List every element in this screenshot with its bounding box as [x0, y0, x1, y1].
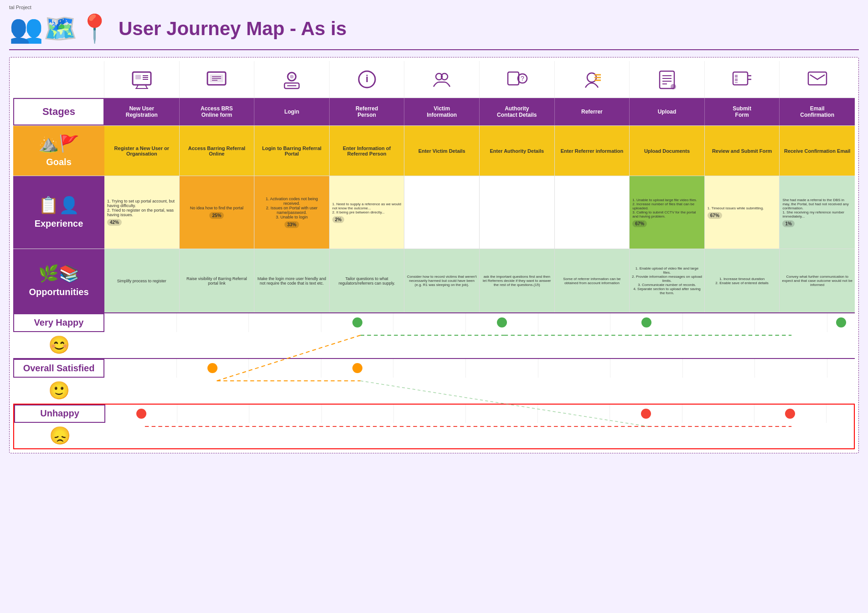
- svg-rect-40: [808, 72, 827, 85]
- exp-7-pct: 67%: [632, 220, 647, 227]
- vh-dot-5: [497, 317, 507, 327]
- goals-label-text: Goals: [46, 157, 72, 167]
- goal-8: Review and Submit Form: [705, 126, 780, 176]
- header: 👥🗺️📍 User Journey Map - As is: [9, 12, 859, 50]
- icon-7: [630, 61, 705, 98]
- opportunities-row: 🌿📚 Opportunities Simplify process to reg…: [13, 249, 855, 312]
- stage-7: Upload: [630, 98, 705, 125]
- stage-5: AuthorityContact Details: [480, 98, 555, 125]
- unhappy-label: Unhappy: [14, 405, 105, 423]
- icon-6: [555, 61, 630, 98]
- very-happy-label: Very Happy: [13, 313, 104, 332]
- vh-cell-4: [393, 313, 466, 332]
- uh-dot-7: [641, 409, 651, 419]
- os-icon: 🙂: [13, 378, 104, 404]
- vh-cell-10: [827, 313, 855, 332]
- vh-cell-5: [466, 313, 538, 332]
- exp-3: 1. Need to supply a reference as we woul…: [330, 176, 405, 249]
- stage-9: EmailConfirmation: [780, 98, 855, 125]
- vh-cell-0: [104, 313, 177, 332]
- goal-1: Access Barring Referral Online: [180, 126, 255, 176]
- os-cell-9: [755, 359, 827, 378]
- vh-dot-3: [352, 317, 362, 327]
- svg-point-33: [671, 84, 676, 89]
- os-dot-1: [207, 363, 217, 373]
- opp-5: ask the important questions first and th…: [480, 249, 555, 312]
- stage-4: VictimInformation: [404, 98, 480, 125]
- opp-8: 1. Increase timeout duration2. Enable sa…: [705, 249, 780, 312]
- opp-1: Raise visibility of Barring Referral por…: [180, 249, 255, 312]
- goals-label: ⛰️🚩 Goals: [13, 126, 104, 176]
- vh-cell-1: [177, 313, 249, 332]
- os-cell-2: [249, 359, 321, 378]
- header-title: User Journey Map - As is: [119, 18, 346, 40]
- stage-1: Access BRSOnline form: [180, 98, 255, 125]
- main-table-wrapper: i ? Stages N: [9, 57, 859, 453]
- exp-8-pct: 67%: [708, 212, 722, 219]
- opp-4: Consider how to record victims that were…: [404, 249, 480, 312]
- opp-2: Make the login more user friendly and no…: [254, 249, 330, 312]
- goal-4: Enter Victim Details: [404, 126, 480, 176]
- page-wrapper: tal Project 👥🗺️📍 User Journey Map - As i…: [0, 0, 868, 462]
- icon-4: [404, 61, 480, 98]
- vh-cell-8: [683, 313, 755, 332]
- uh-cell-0: [105, 405, 177, 423]
- vh-cell-6: [538, 313, 611, 332]
- opportunities-icon: 🌿📚: [38, 264, 79, 283]
- os-cell-6: [538, 359, 611, 378]
- vh-cell-2: [249, 313, 321, 332]
- vh-icon: 😊: [13, 332, 104, 358]
- exp-1-pct: 25%: [209, 212, 224, 219]
- os-dot-3: [352, 363, 362, 373]
- icon-3: i: [330, 61, 405, 98]
- uh-cell-10: [827, 405, 854, 423]
- goal-3: Enter Information of Referred Person: [330, 126, 405, 176]
- os-cell-1: [177, 359, 249, 378]
- uh-cell-5: [466, 405, 538, 423]
- exp-2: 1. Activation codes not being received.2…: [254, 176, 330, 249]
- uh-cell-2: [249, 405, 321, 423]
- opp-0: Simplify process to register: [104, 249, 180, 312]
- icon-empty: [13, 61, 104, 98]
- goal-7: Upload Documents: [630, 126, 705, 176]
- overall-satisfied-label: Overall Satisfied: [13, 359, 104, 378]
- icon-2: [254, 61, 330, 98]
- exp-8: 1. Timeout issues while submitting. 67%: [705, 176, 780, 249]
- uh-cell-6: [538, 405, 610, 423]
- os-cell-4: [393, 359, 466, 378]
- svg-rect-21: [508, 72, 519, 85]
- stage-0: New UserRegistration: [104, 98, 180, 125]
- svg-rect-36: [735, 78, 738, 81]
- opp-7: 1. Enable upload of video file and large…: [630, 249, 705, 312]
- goal-5: Enter Authority Details: [480, 126, 555, 176]
- goal-0: Register a New User or Organisation: [104, 126, 180, 176]
- uh-cell-9: [754, 405, 827, 423]
- opp-6: Some of referrer information can be obta…: [555, 249, 630, 312]
- os-cell-10: [827, 359, 855, 378]
- icon-row: i ?: [13, 61, 855, 98]
- opportunities-label: 🌿📚 Opportunities: [13, 249, 104, 312]
- top-bar: tal Project: [9, 5, 859, 10]
- goal-9: Receive Confirmation Email: [780, 126, 855, 176]
- os-cell-5: [466, 359, 538, 378]
- exp-4: [404, 176, 480, 249]
- icon-1: [180, 61, 255, 98]
- uh-cell-8: [682, 405, 754, 423]
- exp-0-pct: 42%: [107, 219, 122, 226]
- vh-cell-3: [321, 313, 394, 332]
- stage-3: ReferredPerson: [330, 98, 405, 125]
- stages-row: Stages New UserRegistration Access BRSOn…: [13, 98, 855, 125]
- uh-cell-3: [322, 405, 394, 423]
- svg-text:i: i: [366, 73, 368, 84]
- exp-1: No idea how to find the portal 25%: [180, 176, 255, 249]
- uh-dot-0: [136, 409, 146, 419]
- uh-cell-1: [177, 405, 249, 423]
- icon-9: [780, 61, 855, 98]
- stages-label: Stages: [13, 98, 104, 125]
- os-cell-0: [104, 359, 177, 378]
- vh-dot-7: [641, 317, 651, 327]
- exp-9: She had made a referral to the DBS in ma…: [780, 176, 855, 249]
- opportunities-label-text: Opportunities: [29, 287, 88, 297]
- os-cell-8: [683, 359, 755, 378]
- stage-2: Login: [254, 98, 330, 125]
